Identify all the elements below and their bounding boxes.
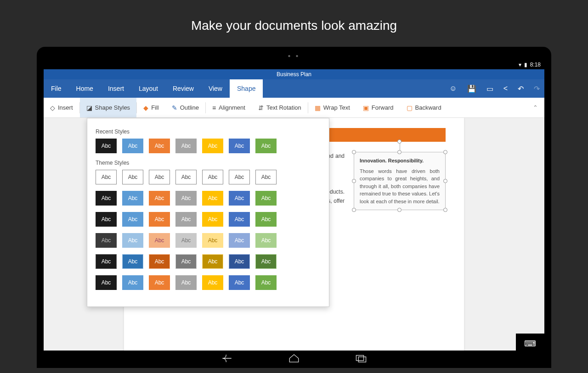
style-swatch[interactable]: Abc <box>202 254 223 269</box>
style-swatch[interactable]: Abc <box>175 275 197 290</box>
style-swatch[interactable]: Abc <box>255 139 277 153</box>
style-swatch[interactable]: Abc <box>202 275 223 290</box>
rotation-handle-line <box>400 143 400 150</box>
style-swatch[interactable]: Abc <box>149 254 170 269</box>
style-swatch[interactable]: Abc <box>255 275 277 290</box>
keyboard-icon: ⌨ <box>524 339 536 349</box>
style-swatch[interactable]: Abc <box>255 233 277 248</box>
style-swatch[interactable]: Abc <box>175 191 197 206</box>
style-swatch[interactable]: Abc <box>122 275 143 290</box>
style-swatch[interactable]: Abc <box>229 275 250 290</box>
text-rotation-icon: ⇵ <box>258 104 264 111</box>
style-swatch[interactable]: Abc <box>122 212 143 227</box>
style-swatch[interactable]: Abc <box>202 139 223 153</box>
style-swatch[interactable]: Abc <box>96 254 117 269</box>
ribbon-alignment-label: Alignment <box>219 104 245 111</box>
ribbon-backward[interactable]: ▢ Backward <box>400 98 448 117</box>
style-swatch[interactable]: Abc <box>255 170 277 184</box>
style-swatch[interactable]: Abc <box>96 275 117 290</box>
style-swatch[interactable]: Abc <box>122 254 143 269</box>
style-swatch[interactable]: Abc <box>96 233 117 248</box>
style-swatch[interactable]: Abc <box>202 170 223 184</box>
undo-icon[interactable]: ↶ <box>518 84 524 93</box>
ribbon-wrap-text[interactable]: ▦ Wrap Text <box>308 98 356 117</box>
style-swatch[interactable]: Abc <box>229 191 250 206</box>
ribbon-forward[interactable]: ▣ Forward <box>356 98 400 117</box>
resize-handle-tm[interactable] <box>397 150 401 154</box>
style-swatch[interactable]: Abc <box>255 254 277 269</box>
style-swatch[interactable]: Abc <box>122 170 143 184</box>
style-swatch[interactable]: Abc <box>229 254 250 269</box>
android-nav-bar <box>37 351 551 368</box>
save-icon[interactable]: 💾 <box>467 84 476 93</box>
style-swatch[interactable]: Abc <box>149 275 170 290</box>
ribbon-alignment[interactable]: ≡ Alignment <box>206 98 252 117</box>
redo-icon[interactable]: ↷ <box>534 84 540 93</box>
recent-styles-title: Recent Styles <box>96 128 321 135</box>
book-icon[interactable]: ▭ <box>486 84 493 93</box>
style-swatch[interactable]: Abc <box>122 191 143 206</box>
resize-handle-tl[interactable] <box>352 150 356 154</box>
fill-icon: ◆ <box>143 104 148 111</box>
style-swatch[interactable]: Abc <box>175 233 197 248</box>
resize-handle-br[interactable] <box>443 208 447 212</box>
home-button[interactable] <box>288 354 300 365</box>
shape-styles-dropdown: Recent Styles Abc Abc Abc Abc Abc Abc Ab… <box>87 118 329 307</box>
ribbon-insert[interactable]: ◇ Insert <box>44 98 79 117</box>
tab-layout[interactable]: Layout <box>131 79 165 98</box>
emoji-icon[interactable]: ☺ <box>449 84 457 93</box>
style-swatch[interactable]: Abc <box>96 139 117 153</box>
resize-handle-tr[interactable] <box>443 150 447 154</box>
ribbon-text-rotation[interactable]: ⇵ Text Rotation <box>252 98 308 117</box>
style-swatch[interactable]: Abc <box>175 212 197 227</box>
style-swatch[interactable]: Abc <box>229 139 250 153</box>
style-swatch[interactable]: Abc <box>202 191 223 206</box>
tab-view[interactable]: View <box>201 79 230 98</box>
theme-styles-row-3: Abc Abc Abc Abc Abc Abc Abc <box>96 212 321 227</box>
style-swatch[interactable]: Abc <box>96 212 117 227</box>
style-swatch[interactable]: Abc <box>96 170 117 184</box>
resize-handle-bm[interactable] <box>397 208 401 212</box>
svg-rect-0 <box>356 356 363 361</box>
resize-handle-mr[interactable] <box>443 179 447 183</box>
style-swatch[interactable]: Abc <box>149 170 170 184</box>
selected-text-box[interactable]: Innovation. Responsibility. Those words … <box>354 152 446 210</box>
style-swatch[interactable]: Abc <box>122 233 143 248</box>
style-swatch[interactable]: Abc <box>202 212 223 227</box>
rotation-handle[interactable] <box>397 139 401 144</box>
style-swatch[interactable]: Abc <box>149 233 170 248</box>
resize-handle-ml[interactable] <box>352 179 356 183</box>
back-button[interactable] <box>221 354 233 365</box>
tab-file[interactable]: File <box>44 79 69 98</box>
wrap-text-icon: ▦ <box>315 104 321 111</box>
ribbon-backward-label: Backward <box>415 104 441 111</box>
style-swatch[interactable]: Abc <box>202 233 223 248</box>
resize-handle-bl[interactable] <box>352 208 356 212</box>
style-swatch[interactable]: Abc <box>149 212 170 227</box>
menu-bar: File Home Insert Layout Review View Shap… <box>44 79 544 98</box>
ribbon-fill[interactable]: ◆ Fill <box>137 98 165 117</box>
share-icon[interactable]: < <box>503 84 508 93</box>
ribbon-outline[interactable]: ✎ Outline <box>165 98 205 117</box>
theme-styles-row-5: Abc Abc Abc Abc Abc Abc Abc <box>96 254 321 269</box>
style-swatch[interactable]: Abc <box>175 254 197 269</box>
recents-button[interactable] <box>355 354 367 365</box>
style-swatch[interactable]: Abc <box>255 191 277 206</box>
style-swatch[interactable]: Abc <box>96 191 117 206</box>
tab-shape[interactable]: Shape <box>230 79 263 98</box>
ribbon-collapse-icon[interactable]: ⌃ <box>533 104 538 111</box>
style-swatch[interactable]: Abc <box>149 139 170 153</box>
style-swatch[interactable]: Abc <box>149 191 170 206</box>
tab-insert[interactable]: Insert <box>101 79 131 98</box>
style-swatch[interactable]: Abc <box>175 139 197 153</box>
style-swatch[interactable]: Abc <box>229 170 250 184</box>
ribbon-shape-styles[interactable]: ◪ Shape Styles <box>80 98 137 117</box>
style-swatch[interactable]: Abc <box>255 212 277 227</box>
style-swatch[interactable]: Abc <box>175 170 197 184</box>
tab-home[interactable]: Home <box>69 79 101 98</box>
style-swatch[interactable]: Abc <box>229 212 250 227</box>
status-time: 8:18 <box>530 61 541 68</box>
style-swatch[interactable]: Abc <box>229 233 250 248</box>
tab-review[interactable]: Review <box>165 79 201 98</box>
style-swatch[interactable]: Abc <box>122 139 143 153</box>
